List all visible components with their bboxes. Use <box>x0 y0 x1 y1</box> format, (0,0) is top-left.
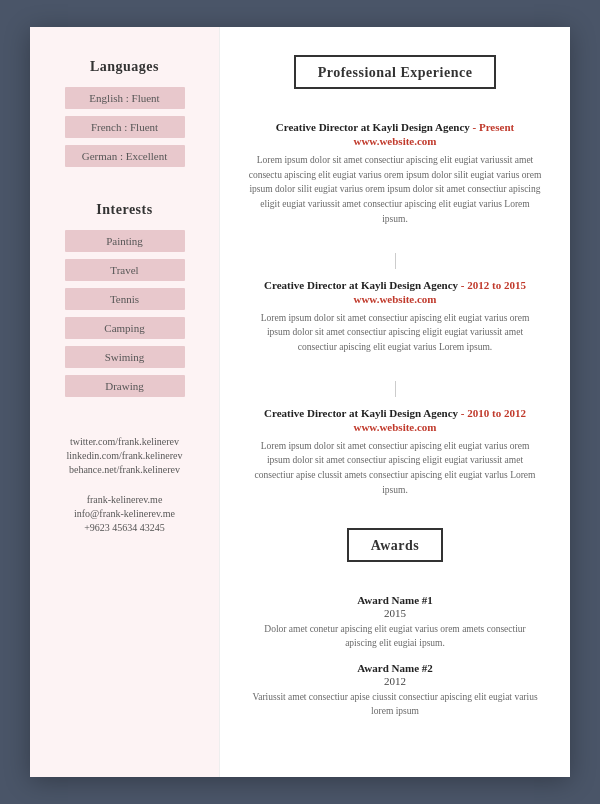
interests-section: Interests Painting Travel Tennis Camping… <box>48 202 201 404</box>
language-item: English : Fluent <box>65 87 185 109</box>
job-desc-2: Lorem ipsum dolor sit amet consectiur ap… <box>248 311 542 355</box>
job-desc-1: Lorem ipsum dolor sit amet consectiur ap… <box>248 153 542 227</box>
interest-item: Drawing <box>65 375 185 397</box>
job-entry-3: Creative Director at Kayli Design Agency… <box>248 407 542 498</box>
main-content: Professional Experience Creative Directo… <box>220 27 570 777</box>
interest-item: Camping <box>65 317 185 339</box>
job-title-1: Creative Director at Kayli Design Agency… <box>248 121 542 133</box>
contact-website: frank-kelinerev.me <box>74 494 175 505</box>
interests-title: Interests <box>96 202 152 218</box>
prof-exp-header: Professional Experience <box>248 55 542 107</box>
award-entry-2: Award Name #2 2012 Variussit amet consec… <box>248 662 542 719</box>
award-year-1: 2015 <box>248 607 542 619</box>
job-title-3: Creative Director at Kayli Design Agency… <box>248 407 542 419</box>
language-item: German : Excellent <box>65 145 185 167</box>
social-links-section: twitter.com/frank.kelinerev linkedin.com… <box>48 436 201 478</box>
prof-exp-title: Professional Experience <box>318 65 473 80</box>
interest-item: Tennis <box>65 288 185 310</box>
timeline-divider-1 <box>248 253 542 269</box>
job-desc-3: Lorem ipsum dolor sit amet consectiur ap… <box>248 439 542 498</box>
contact-phone: +9623 45634 43245 <box>74 522 175 533</box>
interest-item: Travel <box>65 259 185 281</box>
job-website-2[interactable]: www.website.com <box>248 293 542 305</box>
languages-title: Languages <box>90 59 159 75</box>
award-name-2: Award Name #2 <box>248 662 542 674</box>
job-title-2: Creative Director at Kayli Design Agency… <box>248 279 542 291</box>
languages-list: English : Fluent French : Fluent German … <box>65 87 185 174</box>
interest-item: Painting <box>65 230 185 252</box>
job-website-1[interactable]: www.website.com <box>248 135 542 147</box>
awards-title: Awards <box>371 538 420 553</box>
social-link-linkedin[interactable]: linkedin.com/frank.kelinerev <box>48 450 201 461</box>
interest-item: Swiming <box>65 346 185 368</box>
prof-exp-title-box: Professional Experience <box>294 55 497 89</box>
social-link-twitter[interactable]: twitter.com/frank.kelinerev <box>48 436 201 447</box>
job-website-3[interactable]: www.website.com <box>248 421 542 433</box>
awards-title-box: Awards <box>347 528 444 562</box>
job-entry-1: Creative Director at Kayli Design Agency… <box>248 121 542 227</box>
awards-section: Awards Award Name #1 2015 Dolor amet con… <box>248 528 542 731</box>
social-link-behance[interactable]: behance.net/frank.kelinerev <box>48 464 201 475</box>
language-item: French : Fluent <box>65 116 185 138</box>
timeline-divider-2 <box>248 381 542 397</box>
job-entry-2: Creative Director at Kayli Design Agency… <box>248 279 542 355</box>
sidebar: Languages English : Fluent French : Flue… <box>30 27 220 777</box>
contact-section: frank-kelinerev.me info@frank-kelinerev.… <box>74 494 175 536</box>
award-desc-1: Dolor amet conetur apiscing elit eugiat … <box>248 622 542 651</box>
award-year-2: 2012 <box>248 675 542 687</box>
resume-wrapper: Languages English : Fluent French : Flue… <box>30 27 570 777</box>
award-desc-2: Variussit amet consectiur apise ciussit … <box>248 690 542 719</box>
award-name-1: Award Name #1 <box>248 594 542 606</box>
awards-header: Awards <box>248 528 542 580</box>
contact-email: info@frank-kelinerev.me <box>74 508 175 519</box>
award-entry-1: Award Name #1 2015 Dolor amet conetur ap… <box>248 594 542 651</box>
